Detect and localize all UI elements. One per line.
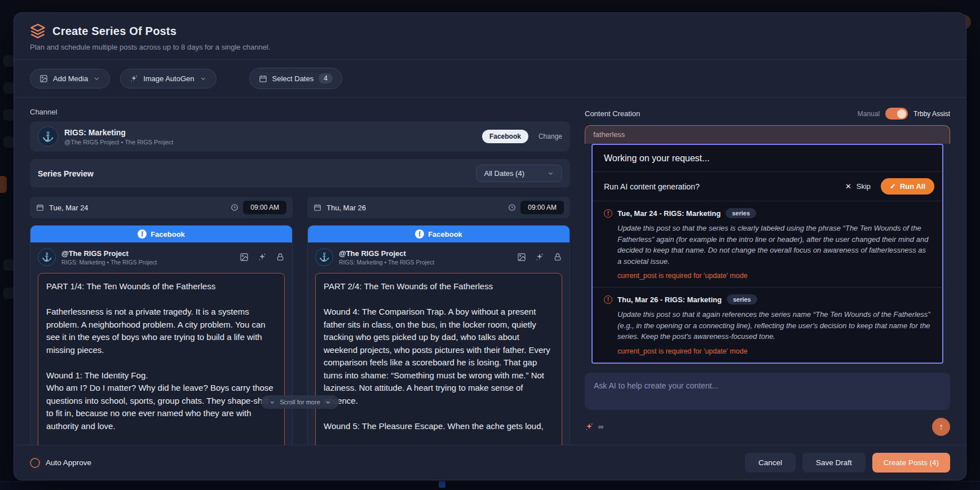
post-time-input[interactable]: 09:00 AM <box>243 201 286 214</box>
post-column: Thu, Mar 26 09:00 AM f Facebook <box>307 197 570 445</box>
ai-task-item: ! Tue, Mar 24 - RIGS: Marketing series U… <box>593 201 942 288</box>
facebook-header: f Facebook <box>30 226 292 242</box>
post-profile-row: ⚓ @The RIGS Project RIGS: Marketing • Th… <box>308 242 570 271</box>
account-sub: RIGS: Marketing • The RIGS Project <box>339 259 434 266</box>
clock-icon <box>231 204 239 211</box>
dates-filter-value: All Dates (4) <box>484 169 524 178</box>
post-date: Thu, Mar 26 <box>326 204 508 212</box>
skip-label: Skip <box>857 182 871 191</box>
modal-header: Create Series Of Posts Plan and schedule… <box>14 13 966 60</box>
run-all-button[interactable]: ✓ Run All <box>881 178 934 195</box>
sparkles-icon[interactable] <box>258 253 267 262</box>
backdrop-active-nav-marker <box>0 176 7 193</box>
post-column: Tue, Mar 24 09:00 AM f Facebook <box>30 197 293 445</box>
cancel-button[interactable]: Cancel <box>745 453 796 473</box>
sparkles-icon <box>585 422 594 431</box>
select-dates-label: Select Dates <box>272 74 314 83</box>
account-name: @The RIGS Project <box>61 249 157 258</box>
run-generation-prompt: Run AI content generation? ✕ Skip ✓ Run … <box>593 172 942 201</box>
account-name: @The RIGS Project <box>339 249 434 258</box>
scroll-for-more-pill[interactable]: Scroll for more <box>261 395 339 409</box>
task-title: Tue, Mar 24 - RIGS: Marketing <box>617 209 721 218</box>
image-icon[interactable] <box>240 253 249 262</box>
chevron-down-icon <box>93 75 100 82</box>
send-button[interactable]: ↑ <box>932 418 950 436</box>
modal-body: Channel ⚓ RIGS: Marketing @The RIGS Proj… <box>14 98 966 445</box>
chevron-down-icon <box>547 170 554 177</box>
assist-mode-label: Trbby Assist <box>913 110 950 118</box>
content-creation-footer: ∞ ↑ <box>585 418 950 436</box>
channel-handle: @The RIGS Project • The RIGS Project <box>64 139 482 145</box>
add-media-button[interactable]: Add Media <box>30 69 110 89</box>
image-autogen-label: Image AutoGen <box>143 74 194 83</box>
arrow-up-icon: ↑ <box>939 422 943 432</box>
series-preview-bar: Series Preview All Dates (4) <box>30 159 570 188</box>
skip-button[interactable]: ✕ Skip <box>845 182 871 191</box>
channel-name: RIGS: Marketing <box>64 128 482 137</box>
calendar-icon <box>259 74 267 83</box>
series-badge: series <box>727 294 757 304</box>
manual-mode-label: Manual <box>858 110 880 118</box>
toolbar: Add Media Image AutoGen Select Dates 4 <box>14 60 966 98</box>
select-dates-button[interactable]: Select Dates 4 <box>249 68 342 89</box>
channel-avatar: ⚓ <box>38 126 58 147</box>
task-error-message: current_post is required for 'update' mo… <box>617 272 931 280</box>
post-profile-row: ⚓ @The RIGS Project RIGS: Marketing • Th… <box>30 242 292 271</box>
post-content-editor[interactable]: PART 1/4: The Ten Wounds of the Fatherle… <box>38 273 285 445</box>
working-status-text: Working on your request... <box>593 145 942 172</box>
task-description: Update this post so that it again refere… <box>617 309 931 342</box>
chevron-down-icon <box>269 399 275 405</box>
backdrop-sidebar-icon <box>3 259 15 271</box>
lock-icon[interactable] <box>553 253 562 262</box>
sparkles-icon[interactable] <box>535 253 544 262</box>
channel-card: ⚓ RIGS: Marketing @The RIGS Project • Th… <box>30 121 570 152</box>
facebook-icon: f <box>415 229 424 239</box>
backdrop-sidebar-icon <box>3 55 15 67</box>
modal-subtitle: Plan and schedule multiple posts across … <box>30 43 950 51</box>
auto-approve-radio[interactable] <box>30 458 40 468</box>
post-card: f Facebook ⚓ @The RIGS Project RIGS: Mar… <box>30 225 293 445</box>
post-date-row: Tue, Mar 24 09:00 AM <box>30 197 293 218</box>
backdrop-sidebar-icon <box>3 109 15 121</box>
save-draft-button[interactable]: Save Draft <box>802 453 866 473</box>
platform-badge: Facebook <box>482 130 528 143</box>
ai-request-panel: Working on your request... Run AI conten… <box>591 144 943 364</box>
channel-label: Channel <box>30 108 570 116</box>
anchor-icon: ⚓ <box>42 252 52 262</box>
assist-mode-toggle[interactable] <box>885 108 908 120</box>
series-preview-title: Series Preview <box>38 169 94 178</box>
facebook-header: f Facebook <box>308 226 570 242</box>
backdrop-bottom-strip <box>0 481 980 490</box>
content-creation-label: Content Creation <box>585 109 640 118</box>
post-content-editor[interactable]: PART 2/4: The Ten Wounds of the Fatherle… <box>315 273 562 445</box>
layers-icon <box>30 23 46 39</box>
scroll-hint-label: Scroll for more <box>280 399 320 405</box>
previous-prompt-input[interactable]: fatherless <box>585 125 950 144</box>
close-icon: ✕ <box>845 182 851 191</box>
facebook-label: Facebook <box>428 230 462 239</box>
image-icon[interactable] <box>517 253 526 262</box>
backdrop-sidebar-icon <box>3 136 15 148</box>
create-posts-button[interactable]: Create Posts (4) <box>872 453 950 473</box>
image-autogen-button[interactable]: Image AutoGen <box>120 69 216 89</box>
run-all-label: Run All <box>900 182 925 191</box>
account-avatar: ⚓ <box>38 248 56 266</box>
change-channel-link[interactable]: Change <box>538 133 562 140</box>
create-series-modal: Create Series Of Posts Plan and schedule… <box>14 12 966 480</box>
modal-title: Create Series Of Posts <box>52 25 176 38</box>
task-error-message: current_post is required for 'update' mo… <box>617 347 931 355</box>
dates-filter-select[interactable]: All Dates (4) <box>476 165 562 182</box>
post-time-input[interactable]: 09:00 AM <box>520 201 564 214</box>
lock-icon[interactable] <box>276 253 285 262</box>
task-description: Update this post so that the series is c… <box>617 223 931 267</box>
task-title: Thu, Mar 26 - RIGS: Marketing <box>617 295 722 304</box>
chevron-down-icon <box>200 75 207 82</box>
toggle-knob <box>897 109 906 118</box>
backdrop-blue-dot <box>439 481 445 488</box>
warning-icon: ! <box>604 209 612 218</box>
series-preview-column: Channel ⚓ RIGS: Marketing @The RIGS Proj… <box>30 108 570 445</box>
credits-counter: ∞ <box>598 422 603 431</box>
ask-ai-input[interactable] <box>585 373 950 410</box>
anchor-icon: ⚓ <box>319 252 330 262</box>
run-generation-question: Run AI content generation? <box>604 182 845 191</box>
